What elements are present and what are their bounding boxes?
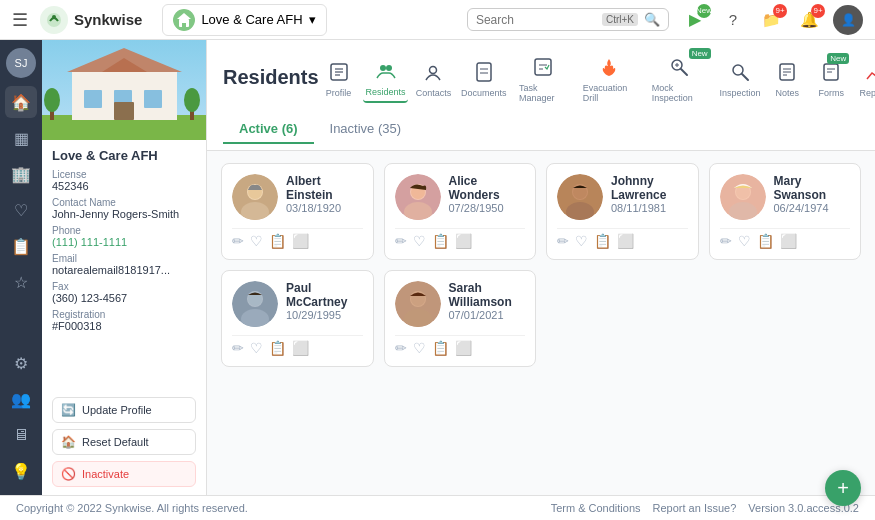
registration-label: Registration (52, 309, 196, 320)
phone-value: (111) 111-1111 (52, 236, 196, 248)
residents-icon (371, 56, 401, 86)
inactivate-icon: 🚫 (61, 467, 76, 481)
toolbar-evacuation[interactable]: Evacuation Drill (577, 48, 642, 107)
toolbar-notes[interactable]: Notes (767, 53, 807, 102)
sidebar-heart-icon[interactable]: ♡ (5, 194, 37, 226)
sidebar-screen-icon[interactable]: 🖥 (5, 419, 37, 451)
doc-icon[interactable]: 📋 (269, 340, 286, 356)
svg-point-1 (52, 15, 56, 19)
toolbar-profile-label: Profile (326, 88, 352, 98)
mock-new-badge: New (689, 48, 711, 59)
registration-value: #F000318 (52, 320, 196, 332)
more-icon[interactable]: ⬜ (292, 233, 309, 249)
sidebar-gear-icon[interactable]: ⚙ (5, 347, 37, 379)
tab-inactive[interactable]: Inactive (35) (314, 115, 418, 144)
kbd-badge: Ctrl+K (602, 13, 638, 26)
update-profile-button[interactable]: 🔄 Update Profile (52, 397, 196, 423)
heart-icon[interactable]: ♡ (413, 340, 426, 356)
user-avatar[interactable]: 👤 (833, 5, 863, 35)
toolbar-profile[interactable]: Profile (319, 53, 359, 102)
toolbar-contacts[interactable]: Contacts (412, 53, 454, 102)
heart-icon[interactable]: ♡ (738, 233, 751, 249)
toolbar-documents[interactable]: Documents (458, 53, 509, 102)
toolbar-residents[interactable]: Residents (363, 52, 409, 103)
resident-info: Paul McCartney 10/29/1995 (286, 281, 363, 321)
help-icon[interactable]: ? (719, 6, 747, 34)
sidebar-building-icon[interactable]: 🏢 (5, 158, 37, 190)
resident-card-alice-wonders[interactable]: Alice Wonders 07/28/1950 ✏ ♡ 📋 ⬜ (384, 163, 537, 260)
resident-card-albert-einstein[interactable]: Albert Einstein 03/18/1920 ✏ ♡ 📋 ⬜ (221, 163, 374, 260)
app-name: Synkwise (74, 11, 142, 28)
edit-icon[interactable]: ✏ (557, 233, 569, 249)
more-icon[interactable]: ⬜ (292, 340, 309, 356)
sidebar-bulb-icon[interactable]: 💡 (5, 455, 37, 487)
edit-icon[interactable]: ✏ (395, 233, 407, 249)
resident-card-sarah-williamson[interactable]: Sarah Williamson 07/01/2021 ✏ ♡ 📋 ⬜ (384, 270, 537, 367)
terms-link[interactable]: Term & Conditions (551, 502, 641, 514)
more-icon[interactable]: ⬜ (780, 233, 797, 249)
edit-icon[interactable]: ✏ (395, 340, 407, 356)
doc-icon[interactable]: 📋 (432, 233, 449, 249)
facility-title: Love & Care AFH (52, 148, 196, 163)
bell-icon[interactable]: 🔔 9+ (795, 6, 823, 34)
more-icon[interactable]: ⬜ (455, 340, 472, 356)
more-icon[interactable]: ⬜ (455, 233, 472, 249)
resident-avatar (232, 281, 278, 327)
files-icon[interactable]: 📁 9+ (757, 6, 785, 34)
resident-card-mary-swanson[interactable]: Mary Swanson 06/24/1974 ✏ ♡ 📋 ⬜ (709, 163, 862, 260)
facility-selector[interactable]: Love & Care AFH ▾ (162, 4, 326, 36)
edit-icon[interactable]: ✏ (232, 340, 244, 356)
toolbar-forms[interactable]: New Forms (811, 53, 851, 102)
doc-icon[interactable]: 📋 (594, 233, 611, 249)
toolbar-contacts-label: Contacts (416, 88, 452, 98)
doc-icon[interactable]: 📋 (757, 233, 774, 249)
edit-icon[interactable]: ✏ (720, 233, 732, 249)
task-manager-icon (528, 52, 558, 82)
sidebar-star-icon[interactable]: ☆ (5, 266, 37, 298)
facility-avatar (173, 9, 195, 31)
heart-icon[interactable]: ♡ (250, 340, 263, 356)
footer: Copyright © 2022 Synkwise. All rights re… (0, 495, 875, 520)
logo-area: Synkwise (40, 6, 142, 34)
search-input[interactable] (476, 13, 596, 27)
doc-icon[interactable]: 📋 (269, 233, 286, 249)
tab-active[interactable]: Active (6) (223, 115, 314, 144)
toolbar-task-manager[interactable]: Task Manager (513, 48, 573, 107)
sidebar-home-icon[interactable]: 🏠 (5, 86, 37, 118)
sidebar-user-avatar[interactable]: SJ (6, 48, 36, 78)
resident-card-paul-mccartney[interactable]: Paul McCartney 10/29/1995 ✏ ♡ 📋 ⬜ (221, 270, 374, 367)
svg-point-16 (44, 88, 60, 112)
sidebar-dashboard-icon[interactable]: ▦ (5, 122, 37, 154)
hamburger-icon[interactable]: ☰ (12, 9, 28, 31)
inactivate-button[interactable]: 🚫 Inactivate (52, 461, 196, 487)
license-value: 452346 (52, 180, 196, 192)
sidebar-clipboard-icon[interactable]: 📋 (5, 230, 37, 262)
profile-icon (324, 57, 354, 87)
doc-icon[interactable]: 📋 (432, 340, 449, 356)
main-layout: SJ 🏠 ▦ 🏢 ♡ 📋 ☆ ⚙ 👥 🖥 💡 (0, 40, 875, 495)
toolbar-reports[interactable]: Reports (855, 53, 875, 102)
heart-icon[interactable]: ♡ (413, 233, 426, 249)
heart-icon[interactable]: ♡ (575, 233, 588, 249)
resident-top: Albert Einstein 03/18/1920 (232, 174, 363, 220)
top-nav: ☰ Synkwise Love & Care AFH ▾ Ctrl+K 🔍 (0, 0, 875, 40)
fab-add-button[interactable]: + (825, 470, 861, 506)
svg-rect-11 (84, 90, 102, 108)
edit-icon[interactable]: ✏ (232, 233, 244, 249)
resident-name: Albert Einstein (286, 174, 363, 202)
toolbar-mock-inspection[interactable]: New Mock Inspection (646, 48, 713, 107)
toolbar-inspection[interactable]: Inspection (717, 53, 764, 102)
search-icon[interactable]: 🔍 (644, 12, 660, 27)
documents-icon (469, 57, 499, 87)
dropdown-icon: ▾ (309, 12, 316, 27)
notes-icon (772, 57, 802, 87)
play-icon[interactable]: ▶ New (681, 6, 709, 34)
more-icon[interactable]: ⬜ (617, 233, 634, 249)
resident-dob: 08/11/1981 (611, 202, 688, 214)
resident-card-johnny-lawrence[interactable]: Johnny Lawrence 08/11/1981 ✏ ♡ 📋 ⬜ (546, 163, 699, 260)
toolbar-forms-label: Forms (819, 88, 845, 98)
sidebar-users-icon[interactable]: 👥 (5, 383, 37, 415)
reset-default-button[interactable]: 🏠 Reset Default (52, 429, 196, 455)
report-issue-link[interactable]: Report an Issue? (653, 502, 737, 514)
heart-icon[interactable]: ♡ (250, 233, 263, 249)
